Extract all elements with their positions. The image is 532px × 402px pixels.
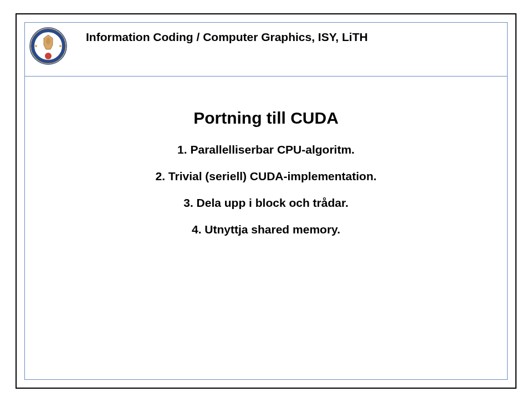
svg-point-4 xyxy=(59,45,62,47)
svg-point-2 xyxy=(45,53,52,59)
bullet-item-1: 1. Parallelliserbar CPU-algoritm. xyxy=(25,143,507,156)
outer-frame: Information Coding / Computer Graphics, … xyxy=(16,13,516,389)
bullet-item-2: 2. Trivial (seriell) CUDA-implementation… xyxy=(25,170,507,183)
inner-frame: Information Coding / Computer Graphics, … xyxy=(24,22,508,380)
slide-title: Portning till CUDA xyxy=(25,109,507,128)
bullet-item-4: 4. Utnyttja shared memory. xyxy=(25,223,507,236)
svg-point-3 xyxy=(35,45,37,47)
header-area: Information Coding / Computer Graphics, … xyxy=(25,23,507,76)
bullet-item-3: 3. Dela upp i block och trådar. xyxy=(25,196,507,210)
logo-icon xyxy=(29,27,67,65)
header-title: Information Coding / Computer Graphics, … xyxy=(86,30,368,44)
content-area: Portning till CUDA 1. Parallelliserbar C… xyxy=(25,77,507,379)
